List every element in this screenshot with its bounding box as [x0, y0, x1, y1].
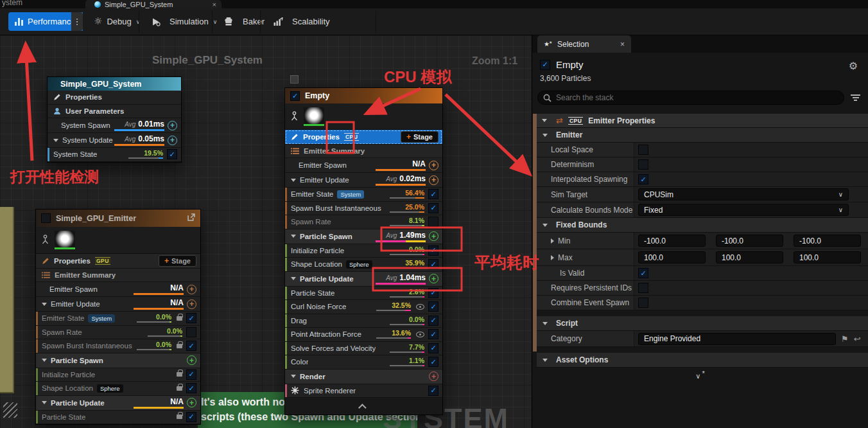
- min-field-0[interactable]: -100.0: [638, 235, 706, 247]
- min-field-1[interactable]: -100.0: [716, 235, 783, 247]
- item-row-user-parameters[interactable]: User Parameters: [48, 105, 181, 119]
- property-row-sim-target[interactable]: Sim TargetCPUSim∨: [537, 187, 868, 202]
- close-icon[interactable]: ×: [620, 40, 625, 49]
- resize-grip-icon[interactable]: [3, 402, 17, 418]
- properties-row[interactable]: PropertiesCPU+Stage: [285, 130, 442, 145]
- group-row-system-spawn[interactable]: System SpawnAvg0.01ms+: [48, 118, 181, 133]
- module-row-initialize-particle[interactable]: Initialize Particle✓: [36, 368, 200, 382]
- section-row-emitter[interactable]: Emitter: [537, 128, 868, 143]
- module-row-spawn-burst-instantaneous[interactable]: Spawn Burst Instantaneous0.0%✓: [36, 339, 200, 353]
- property-row-local-space[interactable]: Local Space: [537, 143, 868, 157]
- close-icon[interactable]: ×: [213, 1, 216, 8]
- emitter-thumbnail[interactable]: [304, 107, 324, 126]
- add-module-button[interactable]: +: [187, 355, 196, 365]
- property-row-requires-persistent-ids[interactable]: Requires Persistent IDs: [537, 281, 868, 296]
- section-row-asset-options[interactable]: Asset Options: [537, 353, 868, 368]
- group-row-particle-spawn[interactable]: Particle Spawn+: [36, 353, 200, 368]
- module-enabled-checkbox[interactable]: ✓: [186, 412, 196, 422]
- debug-button[interactable]: ☼ Debug ∨: [89, 12, 145, 31]
- group-row-system-update[interactable]: System UpdateAvg0.05ms+: [48, 133, 181, 148]
- group-row-particle-spawn[interactable]: Particle SpawnAvg1.49ms+: [285, 229, 442, 244]
- group-row-emitter-update[interactable]: Emitter UpdateAvg0.02ms+: [285, 173, 442, 188]
- item-row-properties[interactable]: Properties: [48, 91, 181, 105]
- property-row-determinism[interactable]: Determinism: [537, 157, 868, 172]
- module-enabled-checkbox[interactable]: ✓: [428, 259, 438, 269]
- section-row-fixed-bounds[interactable]: Fixed Bounds: [537, 218, 868, 233]
- determinism-checkbox[interactable]: [638, 159, 648, 170]
- module-enabled-checkbox[interactable]: ✓: [428, 357, 438, 367]
- emitter-properties-header[interactable]: ⇄ CPU Emitter Properties: [537, 114, 868, 128]
- module-row-curl-noise-force[interactable]: Curl Noise Force32.5%✓: [285, 300, 442, 314]
- property-row-calculate-bounds-mode[interactable]: Calculate Bounds ModeFixed∨: [537, 202, 868, 218]
- module-row-solve-forces-and-velocity[interactable]: Solve Forces and Velocity7.7%✓: [285, 342, 442, 356]
- module-row-point-attraction-force[interactable]: Point Attraction Force13.6%✓: [285, 328, 442, 342]
- add-stage-button[interactable]: +Stage: [159, 255, 196, 267]
- add-module-button[interactable]: +: [429, 231, 438, 241]
- property-row-max[interactable]: Max100.0100.0100.0: [537, 249, 868, 266]
- properties-row[interactable]: PropertiesGPU+Stage: [36, 254, 200, 269]
- module-enabled-checkbox[interactable]: ✓: [428, 301, 438, 312]
- module-enabled-checkbox[interactable]: [428, 217, 438, 227]
- emitter-enabled-checkbox[interactable]: ✓: [540, 60, 550, 70]
- property-row-category[interactable]: CategoryEngine Provided⚑↩: [537, 331, 868, 347]
- add-module-button[interactable]: +: [429, 175, 438, 185]
- expand-footer[interactable]: ∨ *: [532, 372, 868, 380]
- group-row-particle-update[interactable]: Particle UpdateN/A+: [36, 396, 200, 411]
- module-enabled-checkbox[interactable]: ✓: [428, 316, 438, 326]
- module-enabled-checkbox[interactable]: ✓: [428, 288, 438, 298]
- asset-tab[interactable]: Simple_GPU_System ×: [85, 0, 221, 8]
- module-row-spawn-rate[interactable]: Spawn Rate0.0%: [36, 326, 200, 340]
- group-row-emitter-spawn[interactable]: Emitter SpawnN/A+: [36, 282, 200, 297]
- caret-down-icon[interactable]: [542, 322, 548, 325]
- section-row-script[interactable]: Script: [537, 316, 868, 331]
- caret-right-icon[interactable]: [551, 255, 554, 260]
- sim-target-dropdown[interactable]: CPUSim∨: [638, 188, 849, 201]
- property-row-is-valid[interactable]: Is Valid✓: [537, 266, 868, 281]
- property-row-min[interactable]: Min-100.0-100.0-100.0: [537, 233, 868, 249]
- group-row-render[interactable]: Render+: [285, 370, 442, 384]
- filter-icon[interactable]: [851, 94, 860, 101]
- calculate-bounds-mode-dropdown[interactable]: Fixed∨: [638, 204, 849, 216]
- add-module-button[interactable]: +: [429, 371, 438, 381]
- module-row-shape-location[interactable]: Shape LocationSphere35.9%✓: [285, 258, 442, 272]
- pose-icon[interactable]: [42, 235, 49, 245]
- add-module-button[interactable]: +: [168, 121, 177, 130]
- module-row-color[interactable]: Color1.1%✓: [285, 355, 442, 370]
- module-enabled-checkbox[interactable]: ✓: [186, 383, 196, 393]
- simulation-button[interactable]: Simulation ∨: [146, 12, 222, 31]
- pose-icon[interactable]: [291, 111, 298, 122]
- search-input[interactable]: [537, 91, 844, 105]
- gear-icon[interactable]: ⚙: [849, 60, 858, 72]
- module-row-emitter-state[interactable]: Emitter StateSystem0.0%✓: [36, 312, 200, 326]
- tab-selection[interactable]: ★★ Selection ×: [537, 35, 631, 53]
- group-row-particle-update[interactable]: Particle UpdateAvg1.04ms+: [285, 272, 442, 287]
- module-row-particle-state[interactable]: Particle State✓: [36, 411, 200, 425]
- caret-down-icon[interactable]: [291, 277, 296, 280]
- caret-down-icon[interactable]: [42, 359, 47, 362]
- module-row-emitter-state[interactable]: Emitter StateSystem56.4%✓: [285, 188, 442, 202]
- node-header[interactable]: Simple_GPU_Emitter: [36, 210, 200, 227]
- node-header[interactable]: ✓ Empty: [285, 88, 442, 103]
- caret-down-icon[interactable]: [542, 359, 548, 362]
- module-row-sprite-renderer[interactable]: Sprite Renderer✓: [285, 384, 442, 398]
- eye-icon[interactable]: [416, 304, 424, 310]
- module-enabled-checkbox[interactable]: ✓: [167, 149, 177, 159]
- add-module-button[interactable]: +: [429, 274, 438, 283]
- interpolated-spawning-checkbox[interactable]: ✓: [638, 174, 648, 184]
- requires-persistent-ids-checkbox[interactable]: [638, 283, 648, 293]
- group-row-emitter-spawn[interactable]: Emitter SpawnN/A+: [285, 158, 442, 173]
- node-simple-gpu-system[interactable]: Simple_GPU_System PropertiesUser Paramet…: [47, 76, 182, 163]
- caret-down-icon[interactable]: [542, 224, 548, 227]
- module-row-spawn-burst-instantaneous[interactable]: Spawn Burst Instantaneous25.0%✓: [285, 202, 442, 216]
- module-enabled-checkbox[interactable]: ✓: [428, 329, 438, 339]
- module-enabled-checkbox[interactable]: ✓: [186, 313, 196, 323]
- module-row-drag[interactable]: Drag0.0%✓: [285, 314, 442, 328]
- emitter-enabled-checkbox[interactable]: [41, 213, 51, 223]
- node-empty-emitter[interactable]: ✓ Empty PropertiesCPU+StageEmitter Summa…: [284, 87, 443, 415]
- combine-event-spawn-checkbox[interactable]: [638, 298, 648, 308]
- module-enabled-checkbox[interactable]: ✓: [428, 203, 438, 213]
- caret-down-icon[interactable]: [53, 139, 58, 142]
- module-enabled-checkbox[interactable]: ✓: [428, 343, 438, 353]
- caret-down-icon[interactable]: [42, 401, 47, 404]
- max-field-1[interactable]: 100.0: [716, 251, 783, 263]
